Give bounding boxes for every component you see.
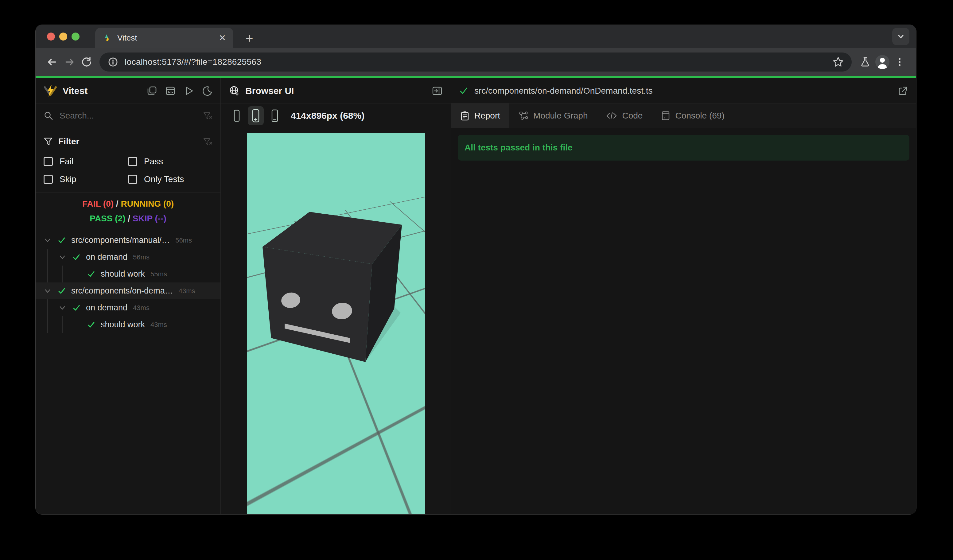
funnel-icon [43, 137, 53, 146]
zoom-window-button[interactable] [71, 33, 79, 40]
vitest-favicon-icon [102, 34, 112, 43]
dashboard-button[interactable] [165, 86, 175, 96]
vitest-app: Vitest Search... [36, 78, 916, 514]
tree-row-suite[interactable]: on demand 56ms [36, 249, 220, 265]
filter-option-fail[interactable]: Fail [43, 153, 128, 171]
tree-row-suite[interactable]: on demand 43ms [36, 299, 220, 316]
report-content: All tests passed in this file [451, 128, 916, 514]
browser-ui-panel: Browser UI 414x896px (68%) [221, 78, 451, 514]
tree-row-test[interactable]: should work 43ms [36, 316, 220, 333]
kebab-menu-icon [894, 56, 905, 68]
tab-close-icon[interactable]: ✕ [219, 33, 226, 43]
search-input[interactable]: Search... [60, 111, 203, 121]
filter-title: Filter [58, 137, 203, 146]
chevron-down-icon [896, 32, 905, 41]
viewport-area [221, 128, 451, 514]
chevron-down-icon [43, 287, 52, 295]
pass-check-icon [57, 236, 66, 244]
test-browser-viewport[interactable] [247, 133, 425, 514]
phone-plus-icon [251, 109, 260, 123]
robot-head-cube [247, 133, 425, 514]
tree-row-test[interactable]: should work 55ms [36, 265, 220, 282]
url-bar[interactable]: localhost:5173/#/?file=1828625563 [99, 53, 852, 71]
browser-window: Vitest ✕ ＋ localhost:5173/#/?file=182862… [35, 25, 916, 515]
console-icon [661, 111, 670, 121]
arrow-right-icon [64, 56, 75, 68]
clear-filter-icon[interactable] [203, 111, 213, 121]
play-icon [183, 86, 194, 96]
moon-icon [202, 86, 213, 96]
tree-row-file-selected[interactable]: src/components/on-dema… 43ms [36, 282, 220, 299]
theme-toggle-button[interactable] [202, 86, 213, 96]
browser-tab[interactable]: Vitest ✕ [95, 28, 233, 48]
vitest-logo-icon [43, 84, 57, 97]
pass-check-icon [72, 253, 81, 261]
windows-stack-icon [147, 86, 157, 96]
tree-row-file[interactable]: src/components/manual/… 56ms [36, 232, 220, 249]
open-external-button[interactable] [898, 86, 908, 96]
checkbox[interactable] [43, 175, 53, 184]
report-tabs: Report Module Graph Code Console (69) [451, 104, 916, 128]
close-window-button[interactable] [47, 33, 55, 40]
expand-panel-button[interactable] [431, 85, 443, 96]
report-header: src/components/on-demand/OnDemand.test.t… [451, 78, 916, 104]
pass-check-icon [459, 86, 468, 96]
file-path: src/components/on-demand/OnDemand.test.t… [474, 86, 653, 96]
desktop: Vitest ✕ ＋ localhost:5173/#/?file=182862… [0, 0, 953, 560]
minimize-window-button[interactable] [59, 33, 67, 40]
back-button[interactable] [43, 53, 61, 71]
browser-toolbar: localhost:5173/#/?file=1828625563 [36, 48, 916, 76]
device-zoom-out-button[interactable] [267, 106, 283, 125]
tab-module-graph[interactable]: Module Graph [509, 104, 597, 128]
collapse-panels-button[interactable] [147, 86, 157, 96]
stats-line-1: FAIL (0) / RUNNING (0) [36, 197, 220, 211]
url-text[interactable]: localhost:5173/#/?file=1828625563 [125, 57, 832, 67]
filter-option-only-tests[interactable]: Only Tests [128, 171, 213, 188]
run-all-button[interactable] [183, 86, 194, 96]
filter-option-skip[interactable]: Skip [43, 171, 128, 188]
profile-button[interactable] [874, 53, 891, 71]
bookmark-star-icon[interactable] [832, 56, 844, 68]
module-graph-icon [518, 111, 528, 121]
tab-console[interactable]: Console (69) [652, 104, 734, 128]
arrow-left-icon [47, 56, 58, 68]
device-toolbar: 414x896px (68%) [221, 104, 451, 128]
tab-code[interactable]: Code [597, 104, 652, 128]
experiments-button[interactable] [857, 53, 874, 71]
browser-menu-button[interactable] [891, 53, 908, 71]
clear-filter-icon[interactable] [203, 137, 213, 146]
device-zoom-in-button[interactable] [248, 106, 264, 125]
viewport-size-label: 414x896px (68%) [291, 110, 365, 121]
tab-title: Vitest [117, 33, 219, 43]
filter-option-pass[interactable]: Pass [128, 153, 213, 171]
checkbox[interactable] [128, 175, 137, 184]
test-progress-bar [36, 76, 916, 78]
test-stats: FAIL (0) / RUNNING (0) PASS (2) / SKIP (… [36, 192, 220, 230]
chevron-down-icon [58, 254, 67, 261]
device-narrow-button[interactable] [229, 106, 245, 125]
traffic-lights [47, 33, 79, 40]
dashboard-icon [165, 86, 175, 96]
pass-check-icon [87, 321, 96, 329]
phone-minus-icon [270, 109, 279, 123]
stats-line-2: PASS (2) / SKIP (--) [36, 211, 220, 226]
checkbox[interactable] [43, 157, 53, 166]
report-panel: src/components/on-demand/OnDemand.test.t… [451, 78, 916, 514]
forward-button[interactable] [61, 53, 78, 71]
pass-check-icon [57, 287, 66, 295]
browser-ui-header: Browser UI [221, 78, 451, 104]
reload-button[interactable] [78, 53, 95, 71]
panel-expand-icon [431, 85, 443, 96]
tab-report[interactable]: Report [451, 104, 509, 128]
checkbox[interactable] [128, 157, 137, 166]
search-bar[interactable]: Search... [36, 104, 220, 128]
sidebar: Vitest Search... [36, 78, 221, 514]
phone-icon [233, 109, 241, 123]
flask-icon [859, 56, 871, 68]
tab-list-button[interactable] [892, 28, 910, 45]
filter-section: Filter Fail Pass Skip [36, 128, 220, 192]
search-icon [43, 111, 53, 121]
browser-ui-title: Browser UI [245, 86, 294, 96]
new-tab-button[interactable]: ＋ [241, 29, 258, 47]
site-info-icon[interactable] [107, 56, 119, 68]
